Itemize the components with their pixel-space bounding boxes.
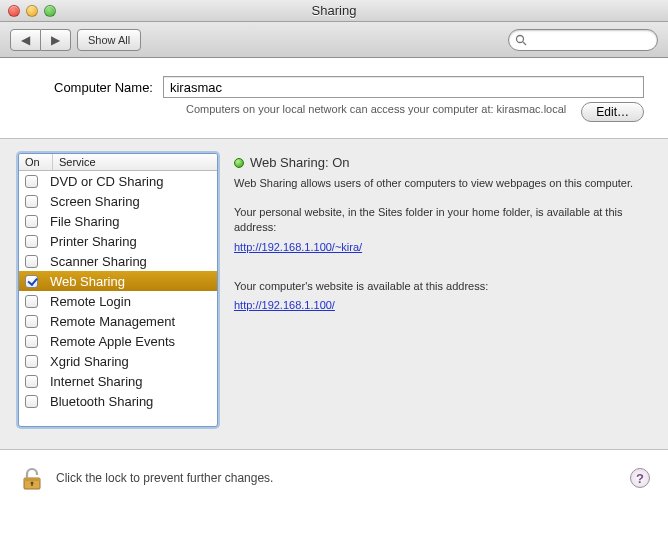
window-title: Sharing bbox=[0, 3, 668, 18]
service-label: Remote Management bbox=[50, 314, 175, 329]
lock-icon[interactable] bbox=[18, 464, 46, 492]
service-row[interactable]: Remote Login bbox=[19, 291, 217, 311]
header-on[interactable]: On bbox=[19, 154, 53, 170]
service-checkbox[interactable] bbox=[25, 395, 38, 408]
service-checkbox[interactable] bbox=[25, 355, 38, 368]
service-checkbox[interactable] bbox=[25, 335, 38, 348]
nav-buttons: ◀ ▶ bbox=[10, 29, 71, 51]
service-checkbox[interactable] bbox=[25, 295, 38, 308]
forward-button[interactable]: ▶ bbox=[41, 29, 71, 51]
service-row[interactable]: Internet Sharing bbox=[19, 371, 217, 391]
help-button[interactable]: ? bbox=[630, 468, 650, 488]
service-label: DVD or CD Sharing bbox=[50, 174, 163, 189]
close-icon[interactable] bbox=[8, 5, 20, 17]
service-row[interactable]: Remote Apple Events bbox=[19, 331, 217, 351]
lock-text: Click the lock to prevent further change… bbox=[56, 471, 273, 485]
personal-site-link[interactable]: http://192.168.1.100/~kira/ bbox=[234, 241, 362, 253]
service-details: Web Sharing: On Web Sharing allows users… bbox=[234, 153, 650, 427]
personal-site-text: Your personal website, in the Sites fold… bbox=[234, 205, 650, 235]
svg-line-1 bbox=[523, 42, 526, 45]
service-label: File Sharing bbox=[50, 214, 119, 229]
service-row[interactable]: Bluetooth Sharing bbox=[19, 391, 217, 411]
service-label: Remote Apple Events bbox=[50, 334, 175, 349]
service-label: Web Sharing bbox=[50, 274, 125, 289]
titlebar: Sharing bbox=[0, 0, 668, 22]
window-controls bbox=[8, 5, 56, 17]
computer-name-label: Computer Name: bbox=[54, 80, 153, 95]
service-label: Remote Login bbox=[50, 294, 131, 309]
show-all-button[interactable]: Show All bbox=[77, 29, 141, 51]
status-dot-icon bbox=[234, 158, 244, 168]
svg-rect-5 bbox=[31, 483, 32, 486]
service-checkbox[interactable] bbox=[25, 315, 38, 328]
service-label: Xgrid Sharing bbox=[50, 354, 129, 369]
lock-bar: Click the lock to prevent further change… bbox=[0, 450, 668, 506]
services-list: On Service DVD or CD SharingScreen Shari… bbox=[18, 153, 218, 427]
service-row[interactable]: File Sharing bbox=[19, 211, 217, 231]
computer-name-description: Computers on your local network can acce… bbox=[186, 102, 581, 117]
chevron-left-icon: ◀ bbox=[21, 34, 30, 46]
minimize-icon[interactable] bbox=[26, 5, 38, 17]
service-row[interactable]: DVD or CD Sharing bbox=[19, 171, 217, 191]
service-checkbox[interactable] bbox=[25, 175, 38, 188]
service-checkbox[interactable] bbox=[25, 215, 38, 228]
status-description: Web Sharing allows users of other comput… bbox=[234, 176, 650, 191]
header-service[interactable]: Service bbox=[53, 154, 217, 170]
service-row[interactable]: Screen Sharing bbox=[19, 191, 217, 211]
service-checkbox[interactable] bbox=[25, 255, 38, 268]
service-row[interactable]: Xgrid Sharing bbox=[19, 351, 217, 371]
edit-button[interactable]: Edit… bbox=[581, 102, 644, 122]
status-title: Web Sharing: On bbox=[250, 155, 349, 170]
svg-rect-3 bbox=[24, 478, 40, 481]
service-checkbox[interactable] bbox=[25, 275, 38, 288]
computer-site-text: Your computer's website is available at … bbox=[234, 279, 650, 294]
computer-name-input[interactable] bbox=[163, 76, 644, 98]
search-icon bbox=[515, 34, 527, 46]
zoom-icon[interactable] bbox=[44, 5, 56, 17]
svg-point-0 bbox=[517, 35, 524, 42]
service-checkbox[interactable] bbox=[25, 235, 38, 248]
service-label: Internet Sharing bbox=[50, 374, 143, 389]
service-row[interactable]: Remote Management bbox=[19, 311, 217, 331]
service-checkbox[interactable] bbox=[25, 375, 38, 388]
service-label: Bluetooth Sharing bbox=[50, 394, 153, 409]
service-label: Scanner Sharing bbox=[50, 254, 147, 269]
toolbar: ◀ ▶ Show All bbox=[0, 22, 668, 58]
service-row[interactable]: Printer Sharing bbox=[19, 231, 217, 251]
services-header: On Service bbox=[19, 154, 217, 171]
back-button[interactable]: ◀ bbox=[10, 29, 41, 51]
service-label: Printer Sharing bbox=[50, 234, 137, 249]
search-input[interactable] bbox=[531, 33, 651, 47]
computer-site-link[interactable]: http://192.168.1.100/ bbox=[234, 299, 335, 311]
search-field[interactable] bbox=[508, 29, 658, 51]
service-label: Screen Sharing bbox=[50, 194, 140, 209]
service-checkbox[interactable] bbox=[25, 195, 38, 208]
service-row[interactable]: Web Sharing bbox=[19, 271, 217, 291]
service-row[interactable]: Scanner Sharing bbox=[19, 251, 217, 271]
chevron-right-icon: ▶ bbox=[51, 34, 60, 46]
